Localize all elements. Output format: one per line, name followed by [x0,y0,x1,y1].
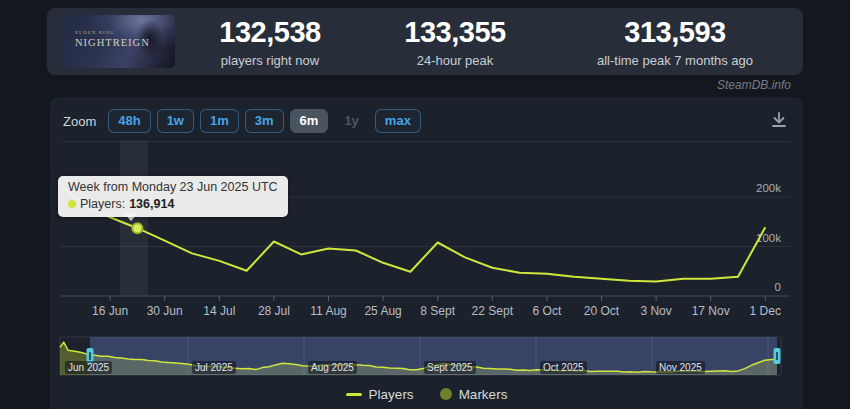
24h-peak-value: 133,355 [404,17,505,49]
navigator-month-oct-2025: Oct 2025 [540,361,587,374]
chart-tooltip: Week from Monday 23 Jun 2025 UTC Players… [58,176,288,217]
zoom-toolbar: Zoom 48h1w1m3m6m1ymax [63,107,421,135]
y-axis-label-200k: 200k [756,182,781,194]
tooltip-series-dot-icon [68,200,76,208]
alltime-peak-label: all-time peak 7 months ago [597,53,753,68]
legend-item-players[interactable]: Players [346,387,414,402]
x-axis-label-22 Sept: 22 Sept [472,304,514,318]
x-axis-label-16 Jun: 16 Jun [92,304,128,318]
header-panel: ELDEN RING NIGHTREIGN 132,538 players ri… [47,8,803,75]
markers-circle-swatch-icon [440,388,452,400]
x-axis-label-20 Oct: 20 Oct [584,304,620,318]
zoom-button-6m[interactable]: 6m [290,109,329,133]
zoom-button-3m[interactable]: 3m [245,109,284,133]
legend-players-label: Players [369,387,414,402]
navigator-month-sept-2025: Sept 2025 [424,361,476,374]
legend-item-markers[interactable]: Markers [440,387,508,402]
x-axis-label-30 Jun: 30 Jun [147,304,183,318]
x-axis-label-28 Jul: 28 Jul [258,304,290,318]
zoom-label: Zoom [63,114,96,129]
x-axis-label-6 Oct: 6 Oct [533,304,562,318]
zoom-button-max[interactable]: max [375,109,421,133]
tooltip-title: Week from Monday 23 Jun 2025 UTC [68,179,278,196]
x-axis-label-1 Dec: 1 Dec [750,304,781,318]
stat-alltime-peak: 313,593 all-time peak 7 months ago [597,17,753,68]
zoom-button-1w[interactable]: 1w [157,109,194,133]
zoom-button-48h[interactable]: 48h [108,109,150,133]
game-title-small: ELDEN RING [75,30,150,35]
tooltip-value: 136,914 [129,196,174,213]
game-title: NIGHTREIGN [75,37,150,48]
navigator-month-nov-2025: Nov 2025 [656,361,705,374]
zoom-button-1y: 1y [334,109,368,133]
chart-panel: Zoom 48h1w1m3m6m1ymax 0100k200k16 Jun30 … [50,97,803,409]
download-icon[interactable] [769,110,789,130]
navigator-month-jun-2025: Jun 2025 [65,361,112,374]
steamdb-watermark: SteamDB.info [717,78,791,92]
stat-24h-peak: 133,355 24-hour peak [404,17,505,68]
tooltip-series-label: Players: [80,196,125,213]
stat-current-players: 132,538 players right now [219,17,320,68]
game-banner-image[interactable]: ELDEN RING NIGHTREIGN [62,15,175,68]
players-line-swatch-icon [346,393,362,396]
legend-markers-label: Markers [459,387,508,402]
zoom-buttons-group: 48h1w1m3m6m1ymax [108,109,421,133]
24h-peak-label: 24-hour peak [404,53,505,68]
zoom-button-1m[interactable]: 1m [200,109,239,133]
y-axis-label-0: 0 [775,281,781,293]
hovered-point-marker[interactable] [132,223,142,233]
x-axis-label-25 Aug: 25 Aug [364,304,401,318]
current-players-value: 132,538 [219,17,320,49]
current-players-label: players right now [219,53,320,68]
x-axis-label-14 Jul: 14 Jul [203,304,235,318]
x-axis-label-17 Nov: 17 Nov [692,304,730,318]
x-axis-label-3 Nov: 3 Nov [640,304,671,318]
navigator-month-aug-2025: Aug 2025 [308,361,357,374]
chart-legend: Players Markers [50,383,803,405]
alltime-peak-value: 313,593 [597,17,753,49]
navigator-month-jul-2025: Jul 2025 [192,361,236,374]
x-axis-label-8 Sept: 8 Sept [420,304,455,318]
x-axis-label-11 Aug: 11 Aug [310,304,346,318]
